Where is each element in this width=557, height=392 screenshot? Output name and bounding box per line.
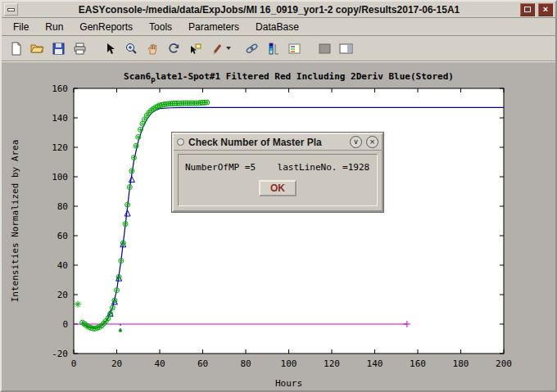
svg-text:20: 20	[111, 358, 122, 369]
dialog-message: NumberOfMP =5 lastLineNo. =1928	[185, 162, 370, 173]
menu-item-run[interactable]: Run	[37, 19, 71, 35]
menu-item-database[interactable]: DataBase	[247, 19, 307, 35]
plot-canvas[interactable]: 020406080100120140160180200-200204060801…	[2, 62, 555, 390]
svg-text:80: 80	[57, 201, 68, 212]
toolbar	[2, 36, 555, 61]
link-plot-icon[interactable]	[242, 38, 261, 58]
menu-item-parameters[interactable]: Parameters	[180, 19, 247, 35]
data-cursor-icon[interactable]	[185, 38, 205, 58]
svg-text:180: 180	[453, 358, 469, 369]
new-file-icon[interactable]	[6, 38, 25, 58]
svg-text:40: 40	[154, 358, 165, 369]
open-folder-icon[interactable]	[27, 38, 47, 58]
brush-dropdown-caret[interactable]	[226, 47, 231, 50]
svg-text:100: 100	[52, 172, 68, 182]
ok-button[interactable]: OK	[259, 180, 297, 196]
svg-text:120: 120	[324, 358, 340, 369]
svg-text:120: 120	[52, 142, 68, 153]
dialog-close-button[interactable]: ×	[366, 136, 378, 148]
dialog-check-number: Check Number of Master Pla ∨ × NumberOfM…	[172, 133, 383, 212]
menubar: File Run GenReports Tools Parameters Dat…	[2, 18, 555, 36]
svg-text:140: 140	[52, 113, 68, 124]
window-title: EASYconsole-/media/data/ExpJobs/MI 16_09…	[21, 4, 517, 16]
insert-colorbar-icon[interactable]	[263, 38, 283, 58]
pan-hand-icon[interactable]	[143, 38, 162, 58]
svg-text:160: 160	[410, 358, 426, 369]
svg-text:100: 100	[281, 358, 297, 369]
menu-item-genreports[interactable]: GenReports	[71, 19, 141, 35]
insert-legend-icon[interactable]	[284, 38, 304, 58]
dialog-body: NumberOfMP =5 lastLineNo. =1928 OK	[178, 154, 378, 206]
svg-text:0: 0	[62, 319, 68, 330]
figure-area: Scan6plate1-Spot#1 Filtered Red Includin…	[2, 61, 555, 390]
dialog-title: Check Number of Master Pla	[188, 137, 346, 148]
svg-text:Intensities Normalized by Area: Intensities Normalized by Area	[10, 140, 20, 303]
svg-text:200: 200	[496, 358, 512, 369]
dialog-shade-button[interactable]: ∨	[350, 136, 362, 148]
window-titlebar[interactable]: EASYconsole-/media/data/ExpJobs/MI 16_09…	[2, 2, 555, 18]
toolbar-separator	[233, 38, 240, 58]
print-icon[interactable]	[70, 38, 89, 58]
svg-text:40: 40	[57, 260, 68, 271]
svg-text:80: 80	[240, 358, 251, 369]
window-menu-glyph	[7, 8, 15, 11]
show-plot-tools-icon[interactable]	[336, 38, 355, 58]
menu-item-tools[interactable]: Tools	[141, 19, 180, 35]
dialog-app-icon	[177, 138, 184, 146]
menu-item-file[interactable]: File	[5, 19, 37, 35]
maximize-button[interactable]	[520, 3, 535, 16]
close-button[interactable]: ×	[538, 3, 553, 16]
window-menu-icon[interactable]	[4, 3, 18, 16]
toolbar-separator	[91, 38, 98, 58]
hide-plot-tools-icon[interactable]	[315, 38, 334, 58]
rotate-3d-icon[interactable]	[164, 38, 183, 58]
svg-text:20: 20	[57, 290, 68, 300]
app-window: EASYconsole-/media/data/ExpJobs/MI 16_09…	[0, 0, 557, 392]
maximize-icon	[524, 7, 531, 12]
svg-text:160: 160	[52, 83, 68, 94]
dialog-titlebar[interactable]: Check Number of Master Pla ∨ ×	[174, 134, 382, 151]
save-icon[interactable]	[48, 38, 68, 58]
toolbar-separator	[306, 38, 313, 58]
zoom-in-icon[interactable]	[121, 38, 141, 58]
arrow-tool-icon[interactable]	[100, 38, 120, 58]
svg-text:60: 60	[57, 231, 68, 241]
svg-text:140: 140	[367, 358, 383, 369]
svg-text:Hours: Hours	[275, 378, 302, 389]
brush-icon[interactable]	[206, 38, 226, 58]
svg-text:-20: -20	[52, 349, 68, 359]
svg-text:60: 60	[197, 358, 208, 369]
svg-text:0: 0	[71, 358, 77, 369]
